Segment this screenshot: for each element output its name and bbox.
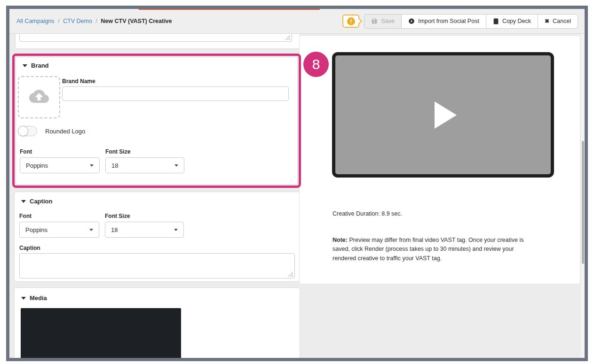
brand-name-label: Brand Name bbox=[62, 78, 95, 85]
caption-section-title: Caption bbox=[30, 198, 52, 205]
toolbar-button-group: Save Import from Social Post Copy Deck bbox=[364, 14, 578, 29]
media-section-header[interactable]: Media bbox=[21, 294, 47, 302]
breadcrumb-separator: / bbox=[58, 18, 59, 24]
copy-deck-button[interactable]: Copy Deck bbox=[486, 14, 538, 29]
brand-font-size-value: 18 bbox=[111, 162, 118, 169]
brand-section-header[interactable]: Brand bbox=[23, 62, 49, 69]
caption-font-size-select[interactable]: 18 bbox=[105, 222, 184, 238]
creative-duration-text: Creative Duration: 8.9 sec. bbox=[333, 210, 402, 217]
brand-font-size-select[interactable]: 18 bbox=[105, 157, 184, 173]
copy-deck-button-label: Copy Deck bbox=[502, 18, 531, 24]
caption-font-value: Poppins bbox=[25, 226, 48, 233]
note-label: Note: bbox=[333, 237, 348, 243]
import-button-label: Import from Social Post bbox=[418, 18, 479, 24]
collapse-caret-icon bbox=[23, 64, 27, 67]
caption-text-label: Caption bbox=[19, 245, 40, 251]
chevron-down-icon bbox=[89, 229, 93, 231]
caption-section-card: Caption Font Font Size Poppins 18 Captio… bbox=[14, 192, 300, 282]
annotation-step-badge: 8 bbox=[303, 52, 329, 77]
import-icon bbox=[408, 18, 415, 24]
media-section-title: Media bbox=[30, 294, 47, 302]
collapse-caret-icon bbox=[21, 200, 26, 203]
vertical-scrollbar-thumb[interactable] bbox=[582, 141, 584, 264]
viewport: All Campaigns / CTV Demo / New CTV (VAST… bbox=[9, 9, 585, 358]
video-preview[interactable] bbox=[332, 52, 554, 178]
top-bar: All Campaigns / CTV Demo / New CTV (VAST… bbox=[9, 9, 585, 34]
breadcrumb-link-ctv-demo[interactable]: CTV Demo bbox=[63, 18, 92, 24]
annotation-highlight-brand: Brand Brand Name Rounded Logo Font F bbox=[12, 54, 301, 188]
brand-section-card: Brand Brand Name Rounded Logo Font F bbox=[16, 57, 298, 185]
app-window: All Campaigns / CTV Demo / New CTV (VAST… bbox=[6, 6, 588, 361]
cloud-upload-icon bbox=[29, 86, 49, 108]
brand-font-value: Poppins bbox=[26, 162, 48, 169]
media-section-card: Media bbox=[14, 287, 300, 358]
brand-section-title: Brand bbox=[31, 62, 49, 69]
warning-icon: ! bbox=[347, 17, 355, 25]
caption-textarea[interactable] bbox=[19, 253, 295, 279]
brand-font-label: Font bbox=[20, 148, 32, 155]
import-from-social-post-button[interactable]: Import from Social Post bbox=[401, 14, 486, 29]
breadcrumb: All Campaigns / CTV Demo / New CTV (VAST… bbox=[16, 18, 172, 24]
media-video-thumbnail[interactable] bbox=[21, 308, 181, 358]
brand-font-select[interactable]: Poppins bbox=[20, 157, 100, 173]
cancel-button-label: Cancel bbox=[553, 18, 571, 24]
rounded-logo-toggle[interactable] bbox=[18, 126, 37, 136]
cancel-button[interactable]: ✖ Cancel bbox=[538, 14, 578, 29]
save-icon bbox=[371, 18, 378, 24]
caption-font-size-value: 18 bbox=[111, 226, 118, 233]
clipboard-icon bbox=[493, 18, 499, 24]
caption-font-select[interactable]: Poppins bbox=[19, 222, 99, 238]
caption-section-header[interactable]: Caption bbox=[21, 198, 52, 205]
brand-name-input[interactable] bbox=[62, 86, 289, 101]
partial-textarea[interactable] bbox=[19, 34, 292, 42]
content-area: Brand Brand Name Rounded Logo Font F bbox=[9, 34, 585, 358]
toolbar-actions: ! Save Import from Social Post bbox=[342, 14, 578, 29]
preview-note: Note: Preview may differ from final vide… bbox=[333, 236, 526, 263]
chevron-down-icon bbox=[90, 164, 94, 167]
preview-panel-card: Creative Duration: 8.9 sec. Note: Previe… bbox=[299, 35, 580, 284]
caption-font-label: Font bbox=[19, 213, 32, 219]
toggle-knob bbox=[18, 126, 28, 136]
note-body: Preview may differ from final video VAST… bbox=[333, 237, 523, 262]
brand-font-size-label: Font Size bbox=[105, 148, 130, 155]
vertical-scrollbar-track[interactable] bbox=[581, 34, 585, 358]
brand-logo-upload-dropzone[interactable] bbox=[18, 76, 60, 118]
close-icon: ✖ bbox=[545, 18, 549, 24]
save-button[interactable]: Save bbox=[364, 14, 402, 29]
warning-badge-pointer bbox=[356, 18, 363, 24]
breadcrumb-separator: / bbox=[95, 18, 97, 24]
resize-handle-icon[interactable] bbox=[285, 35, 290, 40]
partial-card-top bbox=[15, 34, 300, 49]
resize-handle-icon[interactable] bbox=[288, 271, 293, 277]
top-accent-bar bbox=[139, 9, 320, 10]
play-icon[interactable] bbox=[435, 101, 457, 129]
breadcrumb-current-page: New CTV (VAST) Creative bbox=[101, 18, 172, 24]
chevron-down-icon bbox=[174, 229, 178, 231]
validation-warning-badge[interactable]: ! bbox=[342, 15, 359, 28]
caption-font-size-label: Font Size bbox=[105, 213, 130, 219]
rounded-logo-label: Rounded Logo bbox=[45, 128, 85, 135]
chevron-down-icon bbox=[174, 164, 178, 167]
breadcrumb-link-all-campaigns[interactable]: All Campaigns bbox=[16, 18, 55, 24]
collapse-caret-icon bbox=[21, 297, 26, 300]
save-button-label: Save bbox=[381, 18, 395, 24]
